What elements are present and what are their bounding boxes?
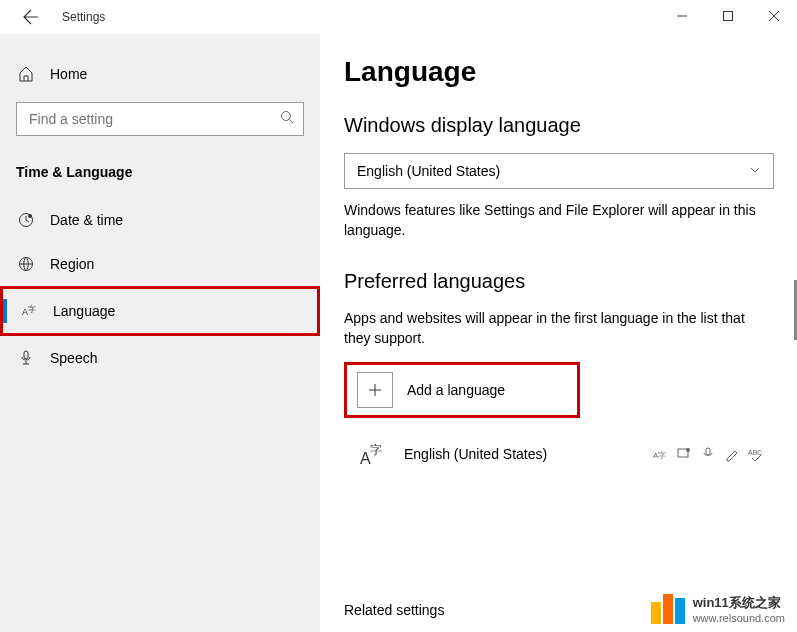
sidebar-item-datetime[interactable]: Date & time [0, 198, 320, 242]
language-features: A字 ABC [652, 446, 764, 462]
close-button[interactable] [751, 0, 797, 32]
svg-point-12 [686, 448, 690, 452]
svg-text:字: 字 [28, 305, 36, 314]
clock-icon [16, 212, 36, 228]
display-lang-heading: Windows display language [344, 114, 797, 137]
sidebar-item-label: Language [53, 303, 115, 319]
category-header: Time & Language [0, 156, 320, 198]
preferred-lang-heading: Preferred languages [344, 270, 797, 293]
svg-rect-7 [24, 351, 28, 359]
globe-icon [16, 256, 36, 272]
svg-text:ABC: ABC [748, 449, 762, 456]
dropdown-selected: English (United States) [357, 163, 500, 179]
maximize-icon [723, 11, 733, 21]
maximize-button[interactable] [705, 0, 751, 32]
sidebar-item-label: Date & time [50, 212, 123, 228]
back-button[interactable] [14, 0, 48, 34]
page-title: Language [344, 56, 797, 88]
sidebar-item-label: Speech [50, 350, 97, 366]
svg-rect-13 [706, 448, 710, 455]
display-lang-feature-icon: A字 [652, 446, 668, 462]
tts-feature-icon [676, 446, 692, 462]
watermark-url: www.relsound.com [693, 612, 785, 624]
minimize-icon [677, 11, 687, 21]
sidebar-item-speech[interactable]: Speech [0, 336, 320, 380]
display-language-dropdown[interactable]: English (United States) [344, 153, 774, 189]
language-list-item[interactable]: A字 English (United States) A字 ABC [344, 426, 774, 482]
svg-text:A字: A字 [653, 451, 666, 460]
main-content: Language Windows display language Englis… [320, 34, 797, 632]
watermark-logo-icon [651, 594, 685, 624]
add-language-label: Add a language [407, 382, 505, 398]
sidebar-item-label: Region [50, 256, 94, 272]
mic-icon [16, 350, 36, 366]
home-label: Home [50, 66, 87, 82]
sidebar: Home Time & Language Date & time Region [0, 34, 320, 632]
chevron-down-icon [749, 162, 761, 180]
display-lang-description: Windows features like Settings and File … [344, 201, 764, 240]
window-title: Settings [62, 10, 105, 24]
watermark-brand: win11系统之家 [693, 594, 785, 612]
search-icon [280, 110, 294, 128]
home-icon [16, 66, 36, 82]
minimize-button[interactable] [659, 0, 705, 32]
lang-char-icon: A字 [354, 436, 390, 472]
lang-char-icon: A字 [19, 303, 39, 319]
svg-point-1 [282, 112, 291, 121]
preferred-lang-description: Apps and websites will appear in the fir… [344, 309, 764, 348]
svg-point-3 [28, 214, 32, 218]
svg-text:字: 字 [370, 443, 382, 457]
search-input[interactable] [16, 102, 304, 136]
plus-icon [357, 372, 393, 408]
add-language-button[interactable]: Add a language [344, 362, 580, 418]
sidebar-item-language[interactable]: A字 Language [0, 286, 320, 336]
language-name: English (United States) [404, 446, 652, 462]
back-arrow-icon [23, 9, 39, 25]
svg-rect-0 [724, 12, 733, 21]
spellcheck-feature-icon: ABC [748, 446, 764, 462]
handwriting-feature-icon [724, 446, 740, 462]
sidebar-item-region[interactable]: Region [0, 242, 320, 286]
speech-feature-icon [700, 446, 716, 462]
watermark: win11系统之家 www.relsound.com [651, 594, 785, 624]
close-icon [769, 11, 779, 21]
home-nav-item[interactable]: Home [0, 56, 320, 92]
